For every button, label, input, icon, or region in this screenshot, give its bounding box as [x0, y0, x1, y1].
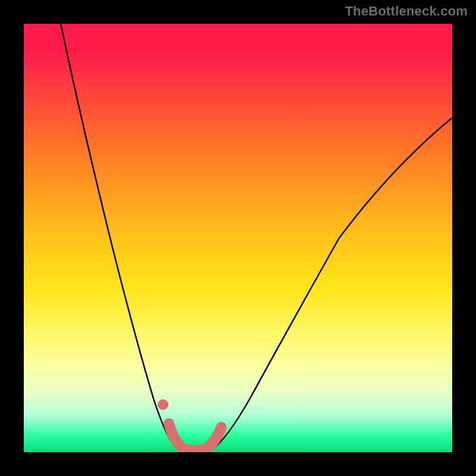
curve-left-branch	[61, 24, 177, 449]
plot-area	[24, 24, 452, 452]
chart-frame: TheBottleneck.com	[0, 0, 476, 476]
curve-overlay	[24, 24, 452, 452]
curve-right-branch	[212, 118, 452, 449]
highlight-dot-icon	[158, 399, 168, 410]
bottom-highlight	[169, 424, 221, 450]
watermark-text: TheBottleneck.com	[345, 4, 468, 19]
